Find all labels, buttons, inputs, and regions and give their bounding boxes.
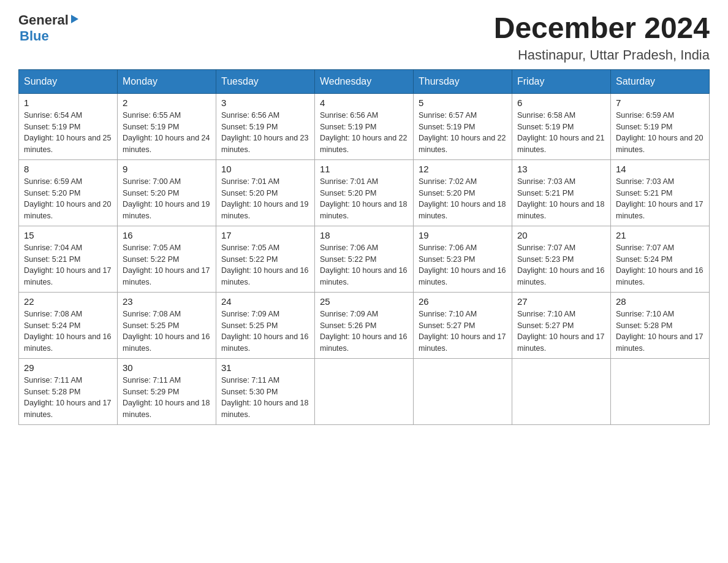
day-info: Sunrise: 7:00 AMSunset: 5:20 PMDaylight:… <box>123 176 211 222</box>
col-monday: Monday <box>118 69 216 93</box>
day-number: 25 <box>320 296 408 307</box>
calendar-cell: 26Sunrise: 7:10 AMSunset: 5:27 PMDayligh… <box>414 292 512 358</box>
calendar-cell: 20Sunrise: 7:07 AMSunset: 5:23 PMDayligh… <box>512 226 611 292</box>
day-info: Sunrise: 7:10 AMSunset: 5:27 PMDaylight:… <box>517 308 605 354</box>
day-info: Sunrise: 7:11 AMSunset: 5:29 PMDaylight:… <box>123 375 211 421</box>
day-number: 23 <box>123 296 211 307</box>
day-number: 7 <box>616 98 704 108</box>
calendar-cell: 24Sunrise: 7:09 AMSunset: 5:25 PMDayligh… <box>216 292 315 358</box>
day-info: Sunrise: 7:07 AMSunset: 5:24 PMDaylight:… <box>616 242 704 288</box>
col-thursday: Thursday <box>414 69 512 93</box>
day-info: Sunrise: 6:58 AMSunset: 5:19 PMDaylight:… <box>517 110 605 156</box>
calendar-cell: 12Sunrise: 7:02 AMSunset: 5:20 PMDayligh… <box>414 159 512 226</box>
logo-general-text: General <box>18 12 69 28</box>
day-number: 24 <box>221 296 309 307</box>
day-number: 26 <box>419 296 507 307</box>
day-info: Sunrise: 7:10 AMSunset: 5:27 PMDaylight:… <box>419 308 507 354</box>
day-number: 28 <box>616 296 704 307</box>
calendar-week-row: 29Sunrise: 7:11 AMSunset: 5:28 PMDayligh… <box>19 358 710 424</box>
day-info: Sunrise: 6:57 AMSunset: 5:19 PMDaylight:… <box>419 110 507 156</box>
day-info: Sunrise: 7:08 AMSunset: 5:25 PMDaylight:… <box>123 308 211 354</box>
page-header: General Blue December 2024 Hastinapur, U… <box>18 12 710 63</box>
calendar-cell: 29Sunrise: 7:11 AMSunset: 5:28 PMDayligh… <box>19 358 118 424</box>
calendar-cell: 1Sunrise: 6:54 AMSunset: 5:19 PMDaylight… <box>19 93 118 159</box>
day-number: 19 <box>419 230 507 240</box>
logo-icon <box>69 12 80 28</box>
day-number: 16 <box>123 230 211 240</box>
day-info: Sunrise: 7:02 AMSunset: 5:20 PMDaylight:… <box>419 176 507 222</box>
day-info: Sunrise: 7:04 AMSunset: 5:21 PMDaylight:… <box>24 242 112 288</box>
day-info: Sunrise: 7:01 AMSunset: 5:20 PMDaylight:… <box>320 176 408 222</box>
calendar-week-row: 15Sunrise: 7:04 AMSunset: 5:21 PMDayligh… <box>19 226 710 292</box>
calendar-cell: 9Sunrise: 7:00 AMSunset: 5:20 PMDaylight… <box>118 159 216 226</box>
location-title: Hastinapur, Uttar Pradesh, India <box>494 47 710 63</box>
col-sunday: Sunday <box>19 69 118 93</box>
day-info: Sunrise: 7:06 AMSunset: 5:22 PMDaylight:… <box>320 242 408 288</box>
col-wednesday: Wednesday <box>315 69 414 93</box>
day-number: 11 <box>320 164 408 174</box>
day-number: 9 <box>123 164 211 174</box>
calendar-cell: 5Sunrise: 6:57 AMSunset: 5:19 PMDaylight… <box>414 93 512 159</box>
day-number: 14 <box>616 164 704 174</box>
day-number: 6 <box>517 98 605 108</box>
day-info: Sunrise: 7:05 AMSunset: 5:22 PMDaylight:… <box>221 242 309 288</box>
calendar-cell: 2Sunrise: 6:55 AMSunset: 5:19 PMDaylight… <box>118 93 216 159</box>
day-number: 27 <box>517 296 605 307</box>
day-number: 20 <box>517 230 605 240</box>
calendar-cell: 6Sunrise: 6:58 AMSunset: 5:19 PMDaylight… <box>512 93 611 159</box>
day-info: Sunrise: 6:59 AMSunset: 5:19 PMDaylight:… <box>616 110 704 156</box>
calendar-cell: 27Sunrise: 7:10 AMSunset: 5:27 PMDayligh… <box>512 292 611 358</box>
calendar-cell: 28Sunrise: 7:10 AMSunset: 5:28 PMDayligh… <box>611 292 710 358</box>
logo-blue-text: Blue <box>20 28 49 44</box>
day-number: 5 <box>419 98 507 108</box>
calendar-cell: 31Sunrise: 7:11 AMSunset: 5:30 PMDayligh… <box>216 358 315 424</box>
calendar-cell <box>414 358 512 424</box>
calendar-cell: 30Sunrise: 7:11 AMSunset: 5:29 PMDayligh… <box>118 358 216 424</box>
col-tuesday: Tuesday <box>216 69 315 93</box>
svg-marker-0 <box>71 15 78 23</box>
day-info: Sunrise: 7:07 AMSunset: 5:23 PMDaylight:… <box>517 242 605 288</box>
calendar-week-row: 8Sunrise: 6:59 AMSunset: 5:20 PMDaylight… <box>19 159 710 226</box>
calendar-week-row: 22Sunrise: 7:08 AMSunset: 5:24 PMDayligh… <box>19 292 710 358</box>
day-number: 10 <box>221 164 309 174</box>
calendar-cell <box>611 358 710 424</box>
day-number: 15 <box>24 230 112 240</box>
calendar-cell: 16Sunrise: 7:05 AMSunset: 5:22 PMDayligh… <box>118 226 216 292</box>
day-number: 8 <box>24 164 112 174</box>
logo: General Blue <box>18 12 80 44</box>
day-info: Sunrise: 6:54 AMSunset: 5:19 PMDaylight:… <box>24 110 112 156</box>
col-friday: Friday <box>512 69 611 93</box>
title-area: December 2024 Hastinapur, Uttar Pradesh,… <box>494 12 710 63</box>
calendar-cell: 7Sunrise: 6:59 AMSunset: 5:19 PMDaylight… <box>611 93 710 159</box>
day-number: 1 <box>24 98 112 108</box>
day-info: Sunrise: 6:56 AMSunset: 5:19 PMDaylight:… <box>221 110 309 156</box>
day-number: 21 <box>616 230 704 240</box>
calendar-cell: 14Sunrise: 7:03 AMSunset: 5:21 PMDayligh… <box>611 159 710 226</box>
calendar-cell <box>315 358 414 424</box>
calendar-cell: 25Sunrise: 7:09 AMSunset: 5:26 PMDayligh… <box>315 292 414 358</box>
calendar-cell: 3Sunrise: 6:56 AMSunset: 5:19 PMDaylight… <box>216 93 315 159</box>
day-number: 4 <box>320 98 408 108</box>
day-info: Sunrise: 7:09 AMSunset: 5:25 PMDaylight:… <box>221 308 309 354</box>
day-number: 29 <box>24 362 112 373</box>
calendar-cell: 11Sunrise: 7:01 AMSunset: 5:20 PMDayligh… <box>315 159 414 226</box>
calendar-cell: 21Sunrise: 7:07 AMSunset: 5:24 PMDayligh… <box>611 226 710 292</box>
calendar-cell: 13Sunrise: 7:03 AMSunset: 5:21 PMDayligh… <box>512 159 611 226</box>
day-number: 3 <box>221 98 309 108</box>
month-title: December 2024 <box>494 12 710 45</box>
calendar-cell: 8Sunrise: 6:59 AMSunset: 5:20 PMDaylight… <box>19 159 118 226</box>
day-number: 17 <box>221 230 309 240</box>
day-info: Sunrise: 6:59 AMSunset: 5:20 PMDaylight:… <box>24 176 112 222</box>
day-info: Sunrise: 7:11 AMSunset: 5:30 PMDaylight:… <box>221 375 309 421</box>
calendar-week-row: 1Sunrise: 6:54 AMSunset: 5:19 PMDaylight… <box>19 93 710 159</box>
day-info: Sunrise: 6:56 AMSunset: 5:19 PMDaylight:… <box>320 110 408 156</box>
calendar-header-row: Sunday Monday Tuesday Wednesday Thursday… <box>19 69 710 93</box>
day-number: 2 <box>123 98 211 108</box>
day-info: Sunrise: 7:03 AMSunset: 5:21 PMDaylight:… <box>517 176 605 222</box>
calendar-cell <box>512 358 611 424</box>
day-info: Sunrise: 7:03 AMSunset: 5:21 PMDaylight:… <box>616 176 704 222</box>
calendar-cell: 18Sunrise: 7:06 AMSunset: 5:22 PMDayligh… <box>315 226 414 292</box>
day-info: Sunrise: 7:10 AMSunset: 5:28 PMDaylight:… <box>616 308 704 354</box>
calendar-cell: 4Sunrise: 6:56 AMSunset: 5:19 PMDaylight… <box>315 93 414 159</box>
day-info: Sunrise: 7:01 AMSunset: 5:20 PMDaylight:… <box>221 176 309 222</box>
